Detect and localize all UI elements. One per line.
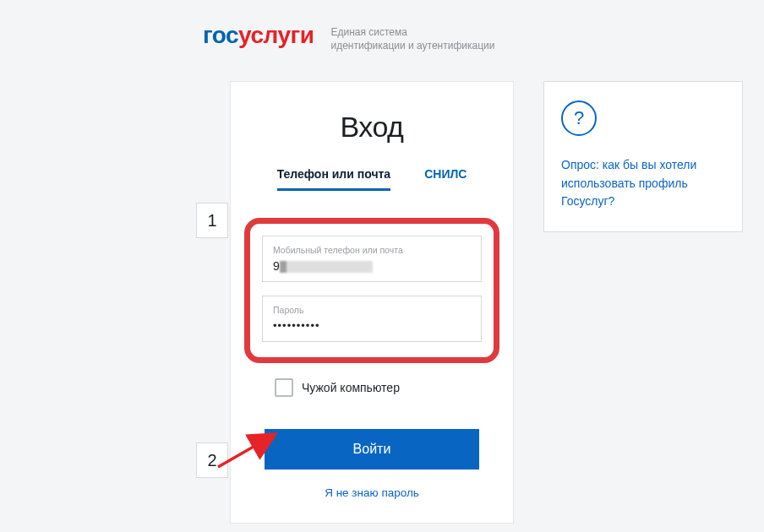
logo-part-2: услуги: [238, 22, 314, 48]
login-field-value: 9: [273, 259, 471, 274]
site-header: госуслуги Единая система идентификации и…: [203, 22, 494, 52]
password-field-value: ••••••••••: [273, 319, 471, 334]
tagline-line-1: Единая система: [330, 25, 494, 39]
question-icon: ?: [561, 100, 597, 136]
survey-link[interactable]: Опрос: как бы вы хотели использовать про…: [561, 156, 725, 211]
login-card: Вход Телефон или почта СНИЛС Мобильный т…: [230, 81, 514, 524]
tagline-line-2: идентификации и аутентификации: [330, 39, 494, 52]
password-field-label: Пароль: [273, 305, 471, 315]
foreign-computer-label: Чужой компьютер: [302, 381, 400, 394]
login-title: Вход: [253, 111, 491, 144]
login-value-obscured: [280, 261, 373, 273]
annotation-marker-2: 2: [196, 442, 228, 478]
tab-phone-email[interactable]: Телефон или почта: [277, 167, 391, 191]
tab-snils[interactable]: СНИЛС: [424, 167, 467, 191]
login-field-label: Мобильный телефон или почта: [273, 245, 471, 255]
tagline: Единая система идентификации и аутентифи…: [330, 22, 494, 52]
annotation-marker-1: 1: [196, 203, 228, 238]
survey-card: ? Опрос: как бы вы хотели использовать п…: [543, 81, 743, 232]
login-value-prefix: 9: [273, 259, 280, 273]
foreign-computer-row: Чужой компьютер: [275, 378, 491, 397]
login-button[interactable]: Войти: [265, 429, 479, 470]
login-tabs: Телефон или почта СНИЛС: [253, 167, 491, 191]
logo: госуслуги: [203, 22, 314, 49]
logo-part-1: гос: [203, 22, 238, 48]
credentials-highlight: Мобильный телефон или почта 9 Пароль •••…: [244, 218, 499, 363]
login-field[interactable]: Мобильный телефон или почта 9: [262, 236, 482, 282]
password-field[interactable]: Пароль ••••••••••: [262, 296, 482, 342]
foreign-computer-checkbox[interactable]: [275, 378, 293, 397]
forgot-password-link[interactable]: Я не знаю пароль: [253, 486, 491, 499]
